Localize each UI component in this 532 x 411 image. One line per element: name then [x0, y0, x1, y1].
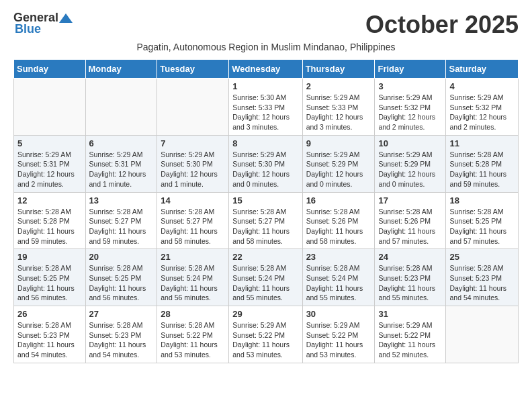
calendar-cell: 12Sunrise: 5:28 AMSunset: 5:28 PMDayligh…: [14, 192, 86, 249]
col-monday: Monday: [85, 60, 157, 79]
calendar-cell: 20Sunrise: 5:28 AMSunset: 5:25 PMDayligh…: [85, 249, 157, 306]
day-info: Sunrise: 5:28 AMSunset: 5:25 PMDaylight:…: [89, 263, 154, 303]
day-info: Sunrise: 5:29 AMSunset: 5:30 PMDaylight:…: [161, 150, 225, 189]
calendar-cell: 16Sunrise: 5:28 AMSunset: 5:26 PMDayligh…: [302, 192, 375, 249]
calendar-cell: 19Sunrise: 5:28 AMSunset: 5:25 PMDayligh…: [14, 249, 86, 306]
col-friday: Friday: [375, 60, 446, 79]
col-wednesday: Wednesday: [229, 60, 302, 79]
day-number: 22: [232, 252, 298, 262]
day-info: Sunrise: 5:28 AMSunset: 5:22 PMDaylight:…: [161, 320, 225, 360]
calendar-cell: 9Sunrise: 5:29 AMSunset: 5:29 PMDaylight…: [302, 135, 375, 192]
calendar-cell: 30Sunrise: 5:29 AMSunset: 5:22 PMDayligh…: [302, 306, 375, 363]
calendar-cell: 22Sunrise: 5:28 AMSunset: 5:24 PMDayligh…: [229, 249, 302, 306]
week-row-5: 26Sunrise: 5:28 AMSunset: 5:23 PMDayligh…: [14, 306, 519, 363]
day-number: 19: [17, 252, 82, 262]
day-number: 10: [378, 138, 442, 148]
calendar-cell: 27Sunrise: 5:28 AMSunset: 5:23 PMDayligh…: [85, 306, 157, 363]
day-number: 31: [378, 309, 442, 319]
day-number: 16: [306, 195, 371, 205]
day-info: Sunrise: 5:28 AMSunset: 5:23 PMDaylight:…: [17, 320, 82, 360]
month-title: October 2025: [365, 11, 519, 39]
day-number: 29: [232, 309, 298, 319]
calendar-cell: 1Sunrise: 5:30 AMSunset: 5:33 PMDaylight…: [229, 79, 302, 136]
calendar-header-row: Sunday Monday Tuesday Wednesday Thursday…: [14, 60, 519, 79]
day-info: Sunrise: 5:28 AMSunset: 5:26 PMDaylight:…: [306, 207, 371, 246]
day-info: Sunrise: 5:28 AMSunset: 5:23 PMDaylight:…: [449, 263, 515, 303]
calendar-cell: 7Sunrise: 5:29 AMSunset: 5:30 PMDaylight…: [157, 135, 229, 192]
calendar-cell: 2Sunrise: 5:29 AMSunset: 5:33 PMDaylight…: [302, 79, 375, 136]
page-container: General Blue October 2025 Pagatin, Auton…: [13, 11, 519, 363]
week-row-4: 19Sunrise: 5:28 AMSunset: 5:25 PMDayligh…: [14, 249, 519, 306]
logo: General Blue: [13, 11, 73, 36]
day-info: Sunrise: 5:28 AMSunset: 5:27 PMDaylight:…: [161, 207, 225, 246]
day-info: Sunrise: 5:29 AMSunset: 5:29 PMDaylight:…: [378, 150, 442, 189]
subtitle: Pagatin, Autonomous Region in Muslim Min…: [13, 42, 519, 52]
day-number: 17: [378, 195, 442, 205]
day-number: 13: [89, 195, 154, 205]
day-number: 2: [306, 81, 371, 91]
calendar-cell: 14Sunrise: 5:28 AMSunset: 5:27 PMDayligh…: [157, 192, 229, 249]
day-number: 24: [378, 252, 442, 262]
logo-icon: [59, 12, 73, 24]
day-number: 15: [232, 195, 298, 205]
day-number: 14: [161, 195, 225, 205]
day-info: Sunrise: 5:29 AMSunset: 5:22 PMDaylight:…: [378, 320, 442, 360]
calendar-table: Sunday Monday Tuesday Wednesday Thursday…: [13, 59, 519, 363]
day-info: Sunrise: 5:29 AMSunset: 5:32 PMDaylight:…: [449, 93, 515, 132]
day-info: Sunrise: 5:28 AMSunset: 5:25 PMDaylight:…: [17, 263, 82, 303]
day-info: Sunrise: 5:30 AMSunset: 5:33 PMDaylight:…: [232, 93, 298, 132]
day-info: Sunrise: 5:28 AMSunset: 5:24 PMDaylight:…: [232, 263, 298, 303]
calendar-cell: [157, 79, 229, 136]
day-number: 28: [161, 309, 225, 319]
day-number: 27: [89, 309, 154, 319]
day-number: 12: [17, 195, 82, 205]
day-info: Sunrise: 5:29 AMSunset: 5:31 PMDaylight:…: [17, 150, 82, 189]
col-tuesday: Tuesday: [157, 60, 229, 79]
calendar-cell: 4Sunrise: 5:29 AMSunset: 5:32 PMDaylight…: [446, 79, 519, 136]
day-number: 8: [232, 138, 298, 148]
calendar-cell: 8Sunrise: 5:29 AMSunset: 5:30 PMDaylight…: [229, 135, 302, 192]
calendar-cell: [446, 306, 519, 363]
day-info: Sunrise: 5:28 AMSunset: 5:24 PMDaylight:…: [306, 263, 371, 303]
calendar-cell: 3Sunrise: 5:29 AMSunset: 5:32 PMDaylight…: [375, 79, 446, 136]
calendar-cell: 10Sunrise: 5:29 AMSunset: 5:29 PMDayligh…: [375, 135, 446, 192]
day-number: 23: [306, 252, 371, 262]
day-number: 4: [449, 81, 515, 91]
calendar-cell: 25Sunrise: 5:28 AMSunset: 5:23 PMDayligh…: [446, 249, 519, 306]
day-number: 9: [306, 138, 371, 148]
calendar-cell: 17Sunrise: 5:28 AMSunset: 5:26 PMDayligh…: [375, 192, 446, 249]
day-info: Sunrise: 5:29 AMSunset: 5:33 PMDaylight:…: [306, 93, 371, 132]
svg-marker-0: [59, 13, 73, 23]
col-sunday: Sunday: [14, 60, 86, 79]
calendar-cell: 11Sunrise: 5:28 AMSunset: 5:28 PMDayligh…: [446, 135, 519, 192]
calendar-cell: 23Sunrise: 5:28 AMSunset: 5:24 PMDayligh…: [302, 249, 375, 306]
calendar-cell: 28Sunrise: 5:28 AMSunset: 5:22 PMDayligh…: [157, 306, 229, 363]
calendar-cell: 21Sunrise: 5:28 AMSunset: 5:24 PMDayligh…: [157, 249, 229, 306]
day-info: Sunrise: 5:29 AMSunset: 5:32 PMDaylight:…: [378, 93, 442, 132]
day-info: Sunrise: 5:29 AMSunset: 5:31 PMDaylight:…: [89, 150, 154, 189]
calendar-cell: 24Sunrise: 5:28 AMSunset: 5:23 PMDayligh…: [375, 249, 446, 306]
day-info: Sunrise: 5:28 AMSunset: 5:28 PMDaylight:…: [449, 150, 515, 189]
calendar-cell: [14, 79, 86, 136]
calendar-cell: 15Sunrise: 5:28 AMSunset: 5:27 PMDayligh…: [229, 192, 302, 249]
day-info: Sunrise: 5:28 AMSunset: 5:27 PMDaylight:…: [232, 207, 298, 246]
day-number: 5: [17, 138, 82, 148]
calendar-cell: 18Sunrise: 5:28 AMSunset: 5:25 PMDayligh…: [446, 192, 519, 249]
day-info: Sunrise: 5:29 AMSunset: 5:22 PMDaylight:…: [232, 320, 298, 360]
col-saturday: Saturday: [446, 60, 519, 79]
day-info: Sunrise: 5:28 AMSunset: 5:23 PMDaylight:…: [378, 263, 442, 303]
week-row-1: 1Sunrise: 5:30 AMSunset: 5:33 PMDaylight…: [14, 79, 519, 136]
calendar-cell: 6Sunrise: 5:29 AMSunset: 5:31 PMDaylight…: [85, 135, 157, 192]
day-number: 3: [378, 81, 442, 91]
calendar-cell: [85, 79, 157, 136]
day-number: 21: [161, 252, 225, 262]
day-number: 18: [449, 195, 515, 205]
day-info: Sunrise: 5:29 AMSunset: 5:29 PMDaylight:…: [306, 150, 371, 189]
day-info: Sunrise: 5:29 AMSunset: 5:30 PMDaylight:…: [232, 150, 298, 189]
calendar-cell: 29Sunrise: 5:29 AMSunset: 5:22 PMDayligh…: [229, 306, 302, 363]
day-number: 20: [89, 252, 154, 262]
calendar-cell: 31Sunrise: 5:29 AMSunset: 5:22 PMDayligh…: [375, 306, 446, 363]
day-info: Sunrise: 5:28 AMSunset: 5:24 PMDaylight:…: [161, 263, 225, 303]
day-info: Sunrise: 5:28 AMSunset: 5:27 PMDaylight:…: [89, 207, 154, 246]
day-number: 7: [161, 138, 225, 148]
